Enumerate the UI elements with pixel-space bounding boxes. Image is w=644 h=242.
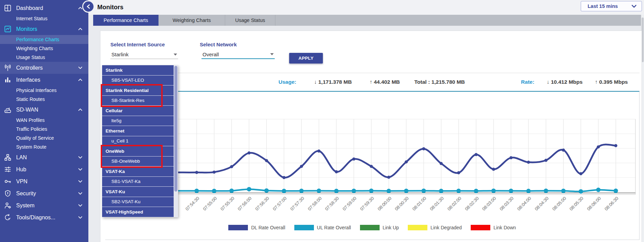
sidebar-item-label: Dashboard <box>16 5 43 11</box>
sidebar-item-system-route[interactable]: System Route <box>0 142 88 151</box>
tab-usage-status[interactable]: Usage Status <box>225 15 275 26</box>
legend-item-dl-rate-overall: DL Rate Overall <box>228 225 285 230</box>
page-title: Monitors <box>97 4 123 11</box>
source-select-value: Starlink <box>111 51 129 57</box>
dropdown-scrollbar[interactable] <box>174 65 178 217</box>
caret-down-icon <box>270 53 274 55</box>
sidebar-item-performance-charts[interactable]: Performance Charts <box>0 35 88 44</box>
legend-label: DL Rate Overall <box>251 225 285 230</box>
stats-divider <box>105 73 640 73</box>
chevron-up-icon <box>78 108 83 112</box>
dropdown-option-sb5-vsat-leo[interactable]: SB5-VSAT-LEO <box>102 76 174 86</box>
controllers-icon <box>4 64 11 72</box>
dropdown-group-starlink-residential[interactable]: Starlink Residential <box>102 85 174 96</box>
vpn-icon <box>4 178 11 185</box>
legend-label: Link Degraded <box>430 225 462 230</box>
sidebar-item-label: System <box>16 203 34 209</box>
sidebar-item-label: Controllers <box>16 65 43 71</box>
sidebar-item-physical-interfaces[interactable]: Physical Interfaces <box>0 86 88 95</box>
rate-download-value: ↓ 10.412 Mbps <box>547 79 582 85</box>
dropdown-group-cellular[interactable]: Cellular <box>102 106 174 116</box>
network-select[interactable]: Overall <box>201 50 275 59</box>
tab-bar: Performance ChartsWeighting ChartsUsage … <box>93 15 641 26</box>
tab-performance-charts[interactable]: Performance Charts <box>93 15 159 26</box>
sidebar-item-internet-status[interactable]: Internet Status <box>0 14 88 23</box>
sidebar-item-dashboard[interactable]: Dashboard <box>0 2 88 14</box>
sidebar-item-controllers[interactable]: Controllers <box>0 62 88 74</box>
sidebar-item-usage-status[interactable]: Usage Status <box>0 53 88 62</box>
dropdown-scrollbar-thumb[interactable] <box>174 66 177 192</box>
source-dropdown-list: StarlinkSB5-VSAT-LEOStarlink Residential… <box>102 65 178 217</box>
time-range-select[interactable]: Last 15 mins <box>581 1 642 11</box>
sidebar-item-lan[interactable]: LAN <box>0 151 88 163</box>
main-panel: Select Internet Source Select Network St… <box>100 31 642 242</box>
series-dl-rate-overall <box>178 144 617 179</box>
lan-icon <box>4 154 11 161</box>
sidebar-item-monitors[interactable]: Monitors <box>0 23 88 35</box>
sidebar-item-label: Hub <box>16 166 26 173</box>
sidebar-collapse-button[interactable] <box>82 0 95 13</box>
dropdown-group-vsat-ku[interactable]: VSAT-Ku <box>102 187 174 197</box>
chevron-down-icon <box>78 168 83 171</box>
sidebar-item-sd-wan[interactable]: SD-WAN <box>0 104 88 116</box>
sidebar-item-interfaces[interactable]: Interfaces <box>0 74 88 86</box>
sidebar-item-label: Security <box>16 191 36 197</box>
sidebar-item-label: SD-WAN <box>16 107 38 113</box>
chevron-down-icon <box>78 155 83 159</box>
usage-total-value: Total : 1,215.780 MB <box>414 79 465 85</box>
chevron-down-icon <box>632 5 636 8</box>
dropdown-group-oneweb[interactable]: OneWeb <box>102 146 174 157</box>
dropdown-group-vsat-ka[interactable]: VSAT-Ka <box>102 166 174 177</box>
legend-item-link-up: Link Up <box>360 225 399 230</box>
sidebar-item-system[interactable]: System <box>0 199 88 211</box>
dashboard-icon <box>4 4 11 12</box>
legend-swatch <box>360 225 380 230</box>
sidebar-item-quality-of-service[interactable]: Quality of Service <box>0 134 88 142</box>
source-select-label: Select Internet Source <box>110 42 165 47</box>
sidebar-item-label: Tools/Diagnos... <box>16 215 55 221</box>
sidebar-item-traffic-policies[interactable]: Traffic Policies <box>0 125 88 134</box>
legend-label: Link Down <box>493 225 516 230</box>
tools-icon <box>4 214 11 221</box>
dropdown-option-sb-starlink-res[interactable]: SB-Starlink-Res <box>102 96 174 106</box>
rate-label: Rate: <box>521 79 534 85</box>
sidebar-item-tools-diagnos[interactable]: Tools/Diagnos... <box>0 211 88 223</box>
interfaces-icon <box>4 76 11 84</box>
tab-weighting-charts[interactable]: Weighting Charts <box>159 15 225 26</box>
dropdown-group-starlink[interactable]: Starlink <box>102 65 174 76</box>
system-icon <box>4 202 11 209</box>
sidebar-item-vpn[interactable]: VPN <box>0 175 88 187</box>
dropdown-option-u-cell-1[interactable]: u_Cell 1 <box>102 136 174 147</box>
legend-swatch <box>408 225 427 230</box>
stats-bar: Usage: ↓ 1,171.378 MB ↑ 44.402 MB Total … <box>178 73 635 91</box>
chevron-down-icon <box>78 216 83 219</box>
time-range-value: Last 15 mins <box>588 3 618 9</box>
sidebar-item-wan-profiles[interactable]: WAN Profiles <box>0 116 88 125</box>
dropdown-group-vsat-highspeed[interactable]: VSAT-HighSpeed <box>102 207 174 217</box>
legend-item-link-down: Link Down <box>471 225 516 230</box>
sidebar-item-static-routes[interactable]: Static Routes <box>0 95 88 104</box>
dropdown-group-ethernet[interactable]: Ethernet <box>102 126 174 136</box>
chevron-down-icon <box>78 204 83 207</box>
sidebar-item-hub[interactable]: Hub <box>0 163 88 175</box>
apply-button[interactable]: APPLY <box>289 53 323 64</box>
sidebar-item-weighting-charts[interactable]: Weighting Charts <box>0 44 88 53</box>
dropdown-option-sb-onewebb[interactable]: SB-OneWebb <box>102 157 174 167</box>
dropdown-option-sb1-vsat-ka[interactable]: SB1-VSAT-Ka <box>102 177 174 187</box>
chevron-left-icon <box>86 4 91 9</box>
hub-icon <box>4 166 11 173</box>
legend-item-ul-rate-overall: UL Rate Overall <box>294 225 351 230</box>
dropdown-option-sb2-vsat-ku[interactable]: SB2-VSAT-Ku <box>102 197 174 207</box>
chart-legend: DL Rate OverallUL Rate OverallLink UpLin… <box>105 225 639 230</box>
top-bar: Monitors Last 15 mins <box>88 0 644 15</box>
sidebar-item-label: Interfaces <box>16 77 40 83</box>
caret-down-icon <box>174 54 177 56</box>
chevron-up-icon <box>78 27 83 31</box>
security-icon <box>4 190 11 197</box>
performance-chart: 07:54:3007:55:0007:55:3007:56:0007:56:30… <box>105 91 640 240</box>
dropdown-option-lte5g[interactable]: lte5g <box>102 116 174 126</box>
source-select[interactable]: Starlink <box>110 50 178 59</box>
sidebar-item-security[interactable]: Security <box>0 187 88 199</box>
chart-plot <box>105 92 640 198</box>
legend-label: UL Rate Overall <box>317 225 351 230</box>
